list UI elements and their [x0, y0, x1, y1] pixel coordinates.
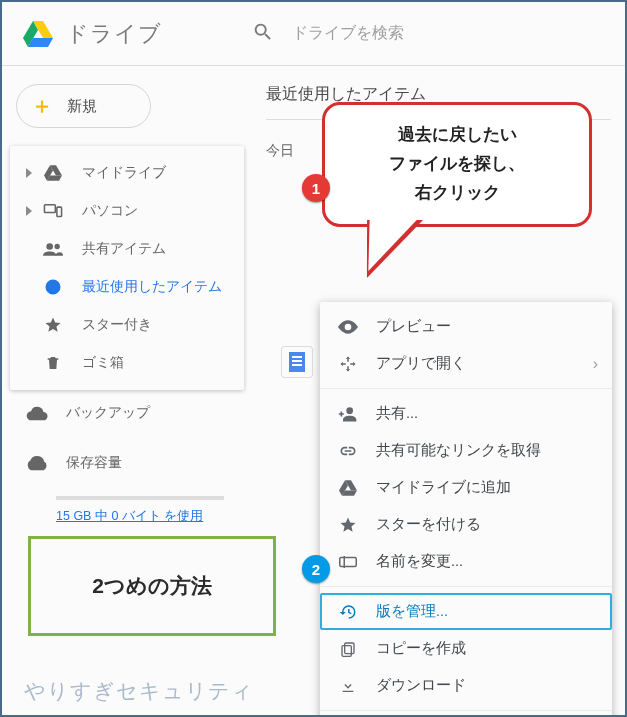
svg-point-9: [55, 244, 60, 249]
ctx-label: マイドライブに追加: [376, 478, 511, 497]
nav-label: スター付き: [82, 316, 152, 334]
star-icon: [338, 516, 358, 534]
drive-triangle-icon: [42, 165, 64, 181]
docs-file-icon: [289, 352, 305, 372]
ctx-label: プレビュー: [376, 317, 451, 336]
nav-item-trash[interactable]: ゴミ箱: [10, 344, 244, 382]
annotation-badge-1: 1: [302, 174, 330, 202]
svg-rect-7: [57, 207, 62, 216]
ctx-label: 共有可能なリンクを取得: [376, 441, 541, 460]
nav-item-computers[interactable]: パソコン: [10, 192, 244, 230]
ctx-label: スターを付ける: [376, 515, 481, 534]
ctx-label: 名前を変更...: [376, 552, 463, 571]
person-add-icon: [338, 406, 358, 422]
cloud-icon: [26, 405, 48, 421]
nav-item-storage[interactable]: 保存容量: [10, 440, 244, 486]
ctx-label: アプリで開く: [376, 354, 466, 373]
ctx-label: コピーを作成: [376, 639, 466, 658]
expand-icon: [26, 168, 32, 178]
svg-point-8: [46, 243, 53, 250]
rename-icon: [338, 555, 358, 569]
drive-add-icon: [338, 480, 358, 496]
ctx-label: 共有...: [376, 404, 418, 423]
callout-line: 右クリック: [343, 179, 571, 208]
nav-item-starred[interactable]: スター付き: [10, 306, 244, 344]
plus-icon: ＋: [31, 91, 53, 121]
nav-item-recent[interactable]: 最近使用したアイテム: [10, 268, 244, 306]
cloud-outline-icon: [26, 455, 48, 471]
search-icon: [252, 21, 274, 47]
nav-label: バックアップ: [66, 404, 150, 422]
svg-rect-15: [344, 556, 346, 568]
ctx-preview[interactable]: プレビュー: [320, 308, 612, 345]
app-title: ドライブ: [66, 19, 162, 49]
green-box-text: 2つめの方法: [92, 572, 212, 600]
ctx-add-to-drive[interactable]: マイドライブに追加: [320, 469, 612, 506]
search-box[interactable]: ドライブを検索: [252, 21, 404, 47]
history-icon: [338, 603, 358, 621]
expand-icon: [26, 206, 32, 216]
download-icon: [338, 677, 358, 695]
watermark-text: やりすぎセキュリティ: [24, 677, 254, 705]
context-menu: プレビュー アプリで開く › 共有... 共有可能なリンクを取得 マイドライブに…: [320, 302, 612, 717]
svg-rect-14: [340, 557, 357, 566]
file-item[interactable]: [282, 347, 312, 377]
ctx-manage-versions[interactable]: 版を管理...: [320, 593, 612, 630]
ctx-open-with[interactable]: アプリで開く ›: [320, 345, 612, 382]
svg-point-10: [346, 407, 353, 414]
annotation-callout-1: 過去に戻したい ファイルを探し、 右クリック: [322, 102, 592, 227]
annotation-green-box: 2つめの方法: [28, 536, 276, 636]
trash-icon: [42, 354, 64, 372]
devices-icon: [42, 204, 64, 218]
search-placeholder: ドライブを検索: [292, 23, 404, 44]
link-icon: [338, 445, 358, 457]
ctx-rename[interactable]: 名前を変更...: [320, 543, 612, 580]
ctx-share[interactable]: 共有...: [320, 395, 612, 432]
ctx-download[interactable]: ダウンロード: [320, 667, 612, 704]
ctx-add-star[interactable]: スターを付ける: [320, 506, 612, 543]
nav-item-shared[interactable]: 共有アイテム: [10, 230, 244, 268]
ctx-label: ダウンロード: [376, 676, 466, 695]
ctx-make-copy[interactable]: コピーを作成: [320, 630, 612, 667]
app-header: ドライブ ドライブを検索: [2, 2, 625, 66]
svg-rect-17: [342, 645, 351, 656]
ctx-label: 版を管理...: [376, 602, 448, 621]
callout-line: ファイルを探し、: [343, 150, 571, 179]
star-icon: [42, 316, 64, 334]
drive-logo-icon: [18, 14, 58, 54]
open-with-icon: [338, 355, 358, 373]
clock-icon: [42, 278, 64, 296]
callout-line: 過去に戻したい: [343, 121, 571, 150]
storage-usage-link[interactable]: 15 GB 中 0 バイト を使用: [56, 508, 244, 525]
eye-icon: [338, 320, 358, 334]
nav-item-backups[interactable]: バックアップ: [10, 390, 244, 436]
new-button[interactable]: ＋ 新規: [16, 84, 151, 128]
annotation-badge-2: 2: [302, 555, 330, 583]
people-icon: [42, 242, 64, 256]
nav-label: ゴミ箱: [82, 354, 124, 372]
nav-label: 保存容量: [66, 454, 122, 472]
copy-icon: [338, 640, 358, 658]
nav-label: パソコン: [82, 202, 138, 220]
nav-list: マイドライブ パソコン 共有アイテム 最近使用したアイテム スター付き: [10, 146, 244, 390]
storage-bar: [56, 496, 224, 500]
nav-label: 共有アイテム: [82, 240, 166, 258]
nav-item-mydrive[interactable]: マイドライブ: [10, 154, 244, 192]
new-button-label: 新規: [67, 97, 97, 116]
svg-rect-16: [345, 643, 354, 654]
svg-rect-6: [44, 205, 55, 213]
nav-label: 最近使用したアイテム: [82, 278, 222, 296]
chevron-right-icon: ›: [593, 355, 598, 373]
ctx-get-link[interactable]: 共有可能なリンクを取得: [320, 432, 612, 469]
nav-label: マイドライブ: [82, 164, 166, 182]
